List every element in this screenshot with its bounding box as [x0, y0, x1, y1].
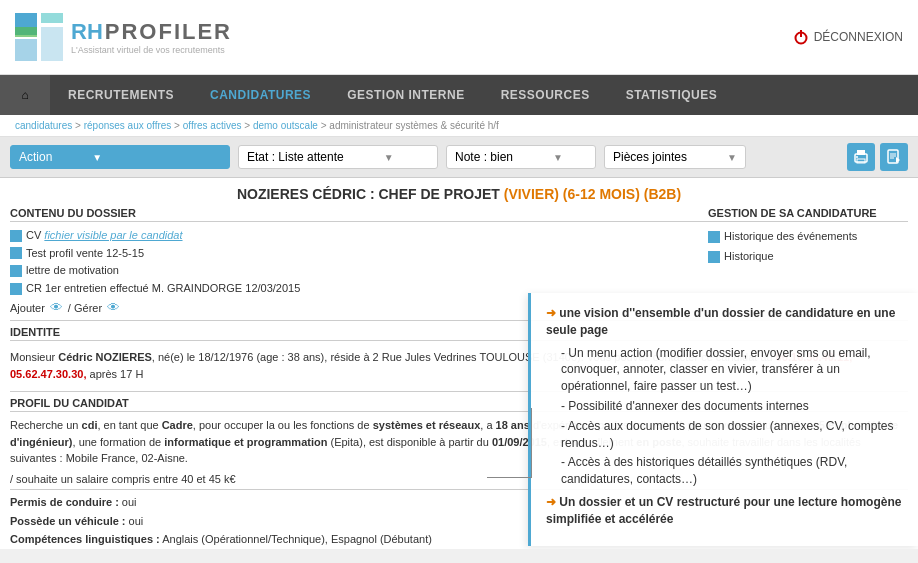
pj-label: Pièces jointes: [613, 150, 687, 164]
candidate-vivier: (VIVIER) (6-12 MOIS) (B2B): [504, 186, 681, 202]
home-button[interactable]: ⌂: [0, 75, 50, 115]
toolbar-icons: [847, 143, 908, 171]
action-arrow-icon: ▼: [92, 152, 102, 163]
nav-ressources[interactable]: RESSOURCES: [483, 75, 608, 115]
checkbox-historique: [708, 251, 720, 263]
breadcrumb: candidatures > réponses aux offres > off…: [0, 115, 918, 137]
eye-icon-1: 👁: [50, 300, 63, 315]
cv-link[interactable]: fichier visible par le candidat: [44, 229, 182, 241]
export-icon: [886, 149, 902, 165]
breadcrumb-candidatures[interactable]: candidatures: [15, 120, 72, 131]
print-icon: [853, 149, 869, 165]
note-arrow-icon: ▼: [553, 152, 563, 163]
logo-area: RH PROFILER L'Assistant virtuel de vos r…: [15, 13, 232, 61]
disconnect-button[interactable]: DÉCONNEXION: [793, 29, 903, 45]
breadcrumb-reponses[interactable]: réponses aux offres: [84, 120, 172, 131]
breadcrumb-current: administrateur systèmes & sécurité h/f: [329, 120, 499, 131]
file-cv: CV fichier visible par le candidat: [10, 227, 708, 245]
pj-dropdown[interactable]: Pièces jointes ▼: [604, 145, 746, 169]
etat-dropdown[interactable]: Etat : Liste attente ▼: [238, 145, 438, 169]
right-panel-title2: ➜ Un dossier et un CV restructuré pour u…: [546, 494, 903, 528]
logo-icon: [15, 13, 63, 61]
disconnect-label: DÉCONNEXION: [814, 30, 903, 44]
right-panel-item-1: Un menu action (modifier dossier, envoye…: [561, 345, 903, 395]
logo-profiler: PROFILER: [105, 19, 232, 45]
export-button[interactable]: [880, 143, 908, 171]
etat-label: Etat : Liste attente: [247, 150, 344, 164]
arrow-bullet-2: ➜: [546, 495, 556, 509]
note-dropdown[interactable]: Note : bien ▼: [446, 145, 596, 169]
print-button[interactable]: [847, 143, 875, 171]
note-label: Note : bien: [455, 150, 513, 164]
toolbar: Action ▼ Etat : Liste attente ▼ Note : b…: [0, 137, 918, 178]
nav-gestion-interne[interactable]: GESTION INTERNE: [329, 75, 483, 115]
gestion-header: GESTION DE SA CANDIDATURE: [708, 207, 908, 222]
right-panel-list: Un menu action (modifier dossier, envoye…: [561, 345, 903, 488]
file-test: Test profil vente 12-5-15: [10, 245, 708, 263]
candidate-name: NOZIERES CÉDRIC : CHEF DE PROJET: [237, 186, 500, 202]
right-panel-title1: ➜ une vision d''ensemble d'un dossier de…: [546, 305, 903, 339]
right-panel: ➜ une vision d''ensemble d'un dossier de…: [528, 293, 918, 546]
gerer-label[interactable]: / Gérer: [68, 302, 102, 314]
right-panel-item-2: Possibilité d'annexer des documents inte…: [561, 398, 903, 415]
top-bar: RH PROFILER L'Assistant virtuel de vos r…: [0, 0, 918, 75]
action-dropdown[interactable]: Action ▼: [10, 145, 230, 169]
svg-rect-3: [857, 150, 865, 155]
file-icon-test: [10, 247, 22, 259]
checkbox-events: [708, 231, 720, 243]
file-icon-cr: [10, 283, 22, 295]
dossier-files: CV fichier visible par le candidat Test …: [10, 227, 708, 297]
svg-point-5: [856, 156, 858, 158]
pj-arrow-icon: ▼: [727, 152, 737, 163]
arrow-bullet-1: ➜: [546, 306, 556, 320]
etat-arrow-icon: ▼: [384, 152, 394, 163]
eye-icon-2: 👁: [107, 300, 120, 315]
right-panel-item-4: Accès à des historiques détaillés synthé…: [561, 454, 903, 488]
salary-text: / souhaite un salaire compris entre 40 e…: [10, 473, 236, 485]
dossier-header: CONTENU DU DOSSIER: [10, 207, 708, 222]
logo-text: RH PROFILER L'Assistant virtuel de vos r…: [71, 19, 232, 55]
nav-candidatures[interactable]: CANDIDATURES: [192, 75, 329, 115]
nav-statistiques[interactable]: STATISTIQUES: [608, 75, 736, 115]
file-icon-lettre: [10, 265, 22, 277]
breadcrumb-demo[interactable]: demo outscale: [253, 120, 318, 131]
logo-rh: RH: [71, 19, 103, 45]
file-icon-cv: [10, 230, 22, 242]
breadcrumb-offres[interactable]: offres actives: [183, 120, 242, 131]
gestion-historique-events[interactable]: Historique des événements: [708, 227, 908, 247]
file-lettre: lettre de motivation: [10, 262, 708, 280]
logo-subtitle: L'Assistant virtuel de vos recrutements: [71, 45, 232, 55]
home-icon: ⌂: [21, 88, 28, 102]
candidate-title: NOZIERES CÉDRIC : CHEF DE PROJET (VIVIER…: [0, 178, 918, 207]
ajouter-label[interactable]: Ajouter: [10, 302, 45, 314]
action-label: Action: [19, 150, 52, 164]
nav-bar: ⌂ RECRUTEMENTS CANDIDATURES GESTION INTE…: [0, 75, 918, 115]
right-panel-item-3: Accès aux documents de son dossier (anne…: [561, 418, 903, 452]
gestion-historique[interactable]: Historique: [708, 247, 908, 267]
power-icon: [793, 29, 809, 45]
nav-recrutements[interactable]: RECRUTEMENTS: [50, 75, 192, 115]
main-content: NOZIERES CÉDRIC : CHEF DE PROJET (VIVIER…: [0, 178, 918, 549]
